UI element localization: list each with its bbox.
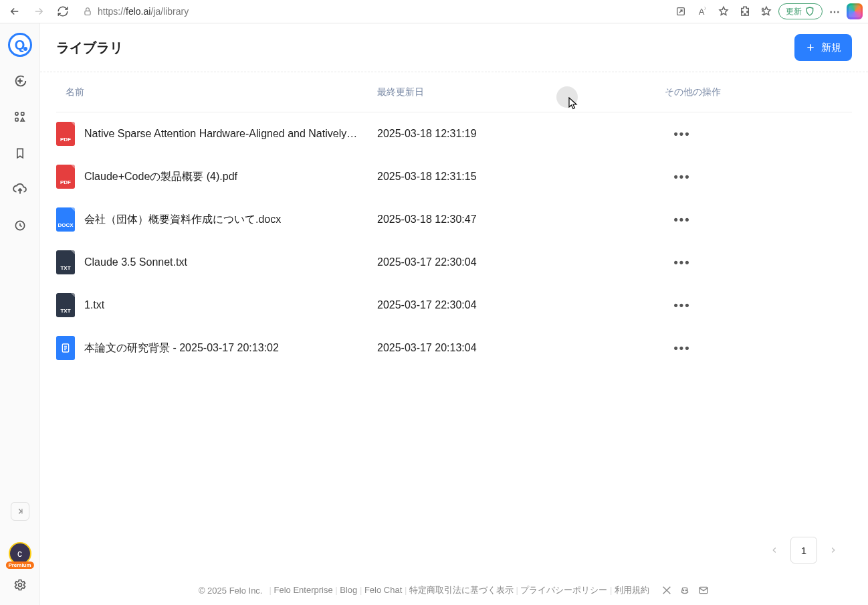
footer: © 2025 Felo Inc. | Felo Enterprise | Blo… — [40, 576, 868, 605]
more-menu-icon[interactable]: ⋯ — [825, 2, 844, 21]
url-text: https://felo.ai/ja/library — [98, 6, 189, 17]
file-updated: 2025-03-17 22:30:04 — [377, 256, 665, 268]
svg-point-8 — [683, 590, 683, 590]
page-title: ライブラリ — [56, 39, 123, 57]
file-type-icon: TXT — [56, 293, 75, 317]
row-more-button[interactable]: ••• — [671, 337, 693, 359]
file-name: Claude 3.5 Sonnet.txt — [84, 256, 187, 268]
table-row[interactable]: TXTClaude 3.5 Sonnet.txt2025-03-17 22:30… — [56, 241, 852, 284]
row-more-button[interactable]: ••• — [671, 123, 693, 145]
file-type-icon: PDF — [56, 165, 75, 189]
file-name: 1.txt — [84, 299, 104, 311]
file-updated: 2025-03-18 12:31:19 — [377, 128, 665, 140]
page-number[interactable]: 1 — [790, 537, 817, 564]
update-button[interactable]: 更新 — [778, 3, 823, 19]
table-header: 名前 最終更新日 その他の操作 — [56, 72, 852, 112]
row-more-button[interactable]: ••• — [671, 252, 693, 273]
footer-link[interactable]: 利用規約 — [615, 585, 649, 595]
open-external-icon[interactable] — [671, 2, 690, 21]
file-type-icon: PDF — [56, 122, 75, 146]
next-page-button[interactable] — [823, 539, 844, 561]
footer-link[interactable]: Felo Enterprise — [274, 585, 332, 595]
svg-point-6 — [18, 584, 21, 587]
file-updated: 2025-03-18 12:31:15 — [377, 171, 665, 183]
favorite-star-icon[interactable] — [714, 2, 733, 21]
col-header-actions: その他の操作 — [665, 86, 852, 98]
back-button[interactable] — [5, 2, 24, 21]
settings-icon[interactable] — [8, 573, 32, 597]
table-row[interactable]: PDFClaude+Codeの製品概要 (4).pdf2025-03-18 12… — [56, 155, 852, 198]
footer-link[interactable]: 特定商取引法に基づく表示 — [409, 585, 514, 595]
mail-icon[interactable] — [697, 585, 710, 596]
premium-badge: Premium — [5, 561, 33, 569]
new-button-label: 新規 — [821, 41, 841, 54]
lock-icon — [83, 7, 92, 16]
update-label: 更新 — [786, 6, 802, 17]
footer-copyright: © 2025 Felo Inc. — [199, 586, 263, 596]
svg-point-2 — [15, 112, 17, 115]
col-header-name: 名前 — [56, 86, 377, 98]
prev-page-button[interactable] — [764, 539, 785, 561]
new-button[interactable]: 新規 — [794, 34, 852, 61]
avatar-letter: c — [17, 548, 22, 559]
app-logo[interactable]: Q — [8, 33, 32, 57]
x-icon[interactable] — [661, 585, 672, 596]
table-row[interactable]: PDFNative Sparse Attention Hardware-Alig… — [56, 112, 852, 155]
main-content: ライブラリ 新規 名前 最終更新日 その他の操作 PDFNative Spars… — [40, 23, 868, 605]
user-avatar[interactable]: c Premium — [9, 542, 31, 565]
page-header: ライブラリ 新規 — [40, 23, 868, 72]
footer-link[interactable]: プライバシーポリシー — [520, 585, 607, 595]
extensions-icon[interactable] — [736, 2, 754, 21]
address-bar[interactable]: https://felo.ai/ja/library — [78, 2, 666, 21]
favorites-list-icon[interactable] — [757, 2, 776, 21]
row-more-button[interactable]: ••• — [671, 209, 693, 230]
copilot-icon[interactable] — [847, 3, 863, 19]
file-name: 会社（団体）概要資料作成について.docx — [84, 213, 281, 227]
file-updated: 2025-03-17 20:13:04 — [377, 342, 665, 354]
bookmark-icon[interactable] — [8, 141, 32, 165]
row-more-button[interactable]: ••• — [671, 294, 693, 316]
table-row[interactable]: TXT1.txt2025-03-17 22:30:04••• — [56, 284, 852, 327]
upload-icon[interactable] — [8, 177, 32, 201]
sidebar: Q c Premium — [0, 23, 40, 605]
expand-sidebar-button[interactable] — [11, 502, 29, 521]
forward-button[interactable] — [29, 2, 48, 21]
svg-point-9 — [685, 590, 686, 590]
file-updated: 2025-03-18 12:30:47 — [377, 213, 665, 226]
table-row[interactable]: DOCX会社（団体）概要資料作成について.docx2025-03-18 12:3… — [56, 198, 852, 241]
svg-rect-3 — [21, 112, 23, 115]
footer-link[interactable]: Felo Chat — [364, 585, 402, 595]
refresh-button[interactable] — [53, 2, 72, 21]
row-more-button[interactable]: ••• — [671, 166, 693, 187]
browser-toolbar: https://felo.ai/ja/library A⁾ 更新 ⋯ — [0, 0, 868, 23]
file-type-icon: DOCX — [56, 207, 75, 232]
footer-link[interactable]: Blog — [340, 585, 357, 595]
file-name: Claude+Codeの製品概要 (4).pdf — [84, 170, 237, 184]
discord-icon[interactable] — [679, 585, 691, 596]
file-type-icon: TXT — [56, 250, 75, 274]
file-updated: 2025-03-17 22:30:04 — [377, 299, 665, 311]
apps-icon[interactable] — [8, 105, 32, 129]
table-row[interactable]: 本論文の研究背景 - 2025-03-17 20:13:022025-03-17… — [56, 327, 852, 369]
browser-actions: A⁾ 更新 ⋯ — [671, 2, 863, 21]
svg-rect-0 — [85, 11, 90, 15]
file-type-icon — [56, 336, 75, 360]
file-name: 本論文の研究背景 - 2025-03-17 20:13:02 — [84, 341, 279, 355]
read-aloud-icon[interactable]: A⁾ — [693, 2, 712, 21]
pagination: 1 — [764, 537, 844, 564]
history-icon[interactable] — [8, 213, 32, 238]
svg-rect-4 — [15, 118, 17, 121]
file-name: Native Sparse Attention Hardware-Aligned… — [84, 128, 357, 140]
new-chat-icon[interactable] — [8, 69, 32, 93]
col-header-updated: 最終更新日 — [377, 86, 665, 98]
